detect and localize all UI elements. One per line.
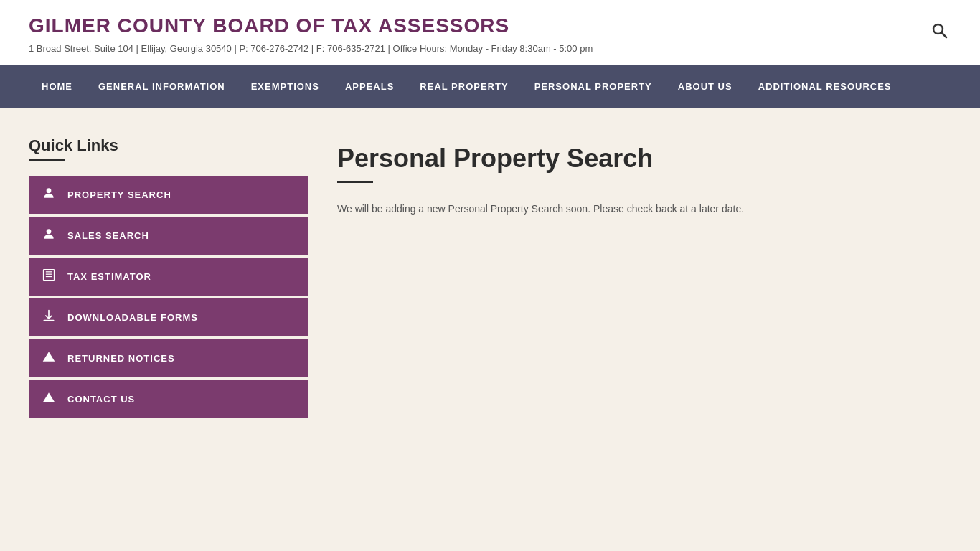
downloadable-forms-icon	[40, 309, 57, 326]
site-header: GILMER COUNTY BOARD OF TAX ASSESSORS 1 B…	[0, 0, 980, 65]
sidebar-btn-returned-notices[interactable]: RETURNED NOTICES	[29, 339, 308, 377]
nav-item-appeals[interactable]: APPEALS	[332, 65, 407, 108]
sidebar-btn-tax-estimator[interactable]: TAX ESTIMATOR	[29, 258, 308, 296]
svg-point-3	[47, 229, 52, 234]
tax-estimator-icon	[40, 268, 57, 286]
svg-marker-9	[43, 352, 55, 361]
nav-item-additional-resources[interactable]: ADDITIONAL RESOURCES	[745, 65, 905, 108]
returned-notices-icon	[40, 349, 57, 367]
sidebar-btn-label: CONTACT US	[67, 394, 135, 405]
search-button[interactable]	[927, 18, 951, 47]
sidebar: Quick Links PROPERTY SEARCHSALES SEARCHT…	[29, 136, 308, 423]
sidebar-btn-label: PROPERTY SEARCH	[67, 189, 171, 200]
page-title-underline	[337, 181, 373, 183]
svg-line-1	[942, 33, 947, 38]
sales-search-icon	[40, 227, 57, 245]
main-content: Quick Links PROPERTY SEARCHSALES SEARCHT…	[0, 108, 980, 452]
contact-us-icon	[40, 390, 57, 408]
nav-item-personal-property[interactable]: PERSONAL PROPERTY	[522, 65, 665, 108]
nav-item-exemptions[interactable]: EXEMPTIONS	[238, 65, 332, 108]
sidebar-btn-label: RETURNED NOTICES	[67, 353, 175, 364]
nav-item-home[interactable]: HOME	[29, 65, 85, 108]
sidebar-btn-label: TAX ESTIMATOR	[67, 271, 151, 282]
sidebar-buttons: PROPERTY SEARCHSALES SEARCHTAX ESTIMATOR…	[29, 176, 308, 418]
quick-links-underline	[29, 159, 65, 161]
main-navigation: HOMEGENERAL INFORMATIONEXEMPTIONSAPPEALS…	[0, 65, 980, 108]
page-body: We will be adding a new Personal Propert…	[337, 201, 951, 218]
svg-point-2	[47, 188, 52, 193]
svg-marker-10	[43, 392, 55, 402]
content-area: Personal Property Search We will be addi…	[337, 136, 951, 423]
site-title: GILMER COUNTY BOARD OF TAX ASSESSORS	[29, 14, 593, 37]
sidebar-btn-label: SALES SEARCH	[67, 230, 149, 241]
site-subtitle: 1 Broad Street, Suite 104 | Ellijay, Geo…	[29, 43, 593, 54]
sidebar-btn-downloadable-forms[interactable]: DOWNLOADABLE FORMS	[29, 298, 308, 336]
page-title: Personal Property Search	[337, 143, 951, 174]
header-left: GILMER COUNTY BOARD OF TAX ASSESSORS 1 B…	[29, 14, 593, 54]
property-search-icon	[40, 186, 57, 204]
svg-rect-4	[44, 270, 55, 281]
nav-item-real-property[interactable]: REAL PROPERTY	[407, 65, 521, 108]
nav-item-about-us[interactable]: ABOUT US	[665, 65, 745, 108]
quick-links-title: Quick Links	[29, 136, 308, 155]
sidebar-btn-contact-us[interactable]: CONTACT US	[29, 380, 308, 418]
sidebar-btn-property-search[interactable]: PROPERTY SEARCH	[29, 176, 308, 214]
sidebar-btn-sales-search[interactable]: SALES SEARCH	[29, 217, 308, 255]
sidebar-btn-label: DOWNLOADABLE FORMS	[67, 312, 198, 323]
nav-item-general-information[interactable]: GENERAL INFORMATION	[85, 65, 238, 108]
